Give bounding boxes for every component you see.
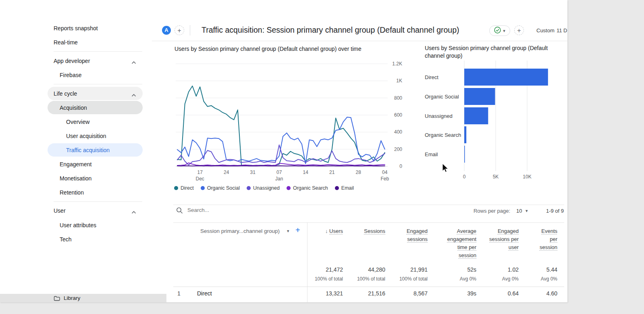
x-axis-tick: 17: [197, 170, 203, 175]
bar-organic-search[interactable]: [464, 126, 466, 143]
sidebar-divider: [54, 51, 142, 52]
table-header-top-divider: [173, 222, 564, 223]
x-axis-tick: 24: [224, 170, 229, 175]
total-users-sub: 100% of total: [295, 276, 343, 282]
x-axis-tick: 07: [276, 170, 282, 175]
chevron-down-icon[interactable]: ▾: [526, 208, 528, 214]
y-axis-tick: 600: [394, 112, 402, 118]
total-sessions: 44,280: [337, 266, 385, 273]
bar-category-label: Unassigned: [425, 113, 453, 119]
sidebar-section-app-developer[interactable]: App developer: [54, 56, 90, 66]
row-engaged-sessions: 8,567: [379, 290, 428, 297]
column-header-sessions[interactable]: Sessions: [341, 227, 385, 235]
sidebar-divider: [54, 84, 142, 84]
sidebar-item-user-acquisition[interactable]: User acquisition: [66, 131, 106, 141]
add-report-button[interactable]: +: [514, 25, 524, 35]
y-axis-tick: 0: [399, 163, 402, 169]
bar-unassigned[interactable]: [464, 107, 488, 124]
sidebar-item-real-time[interactable]: Real-time: [54, 38, 78, 47]
legend-item[interactable]: Direct: [174, 185, 194, 191]
total-engaged-sessions-sub: 100% of total: [379, 276, 428, 282]
sidebar-item-monetisation[interactable]: Monetisation: [60, 174, 91, 183]
series-line-email: [177, 166, 385, 166]
legend-item[interactable]: Organic Search: [287, 185, 328, 191]
column-header-users[interactable]: ↓ Users: [299, 227, 343, 235]
sidebar-item-overview[interactable]: Overview: [66, 117, 89, 127]
bar-direct[interactable]: [464, 69, 548, 86]
legend-label: Unassigned: [253, 185, 280, 191]
library-label: Library: [64, 295, 80, 301]
chevron-down-icon[interactable]: ▾: [287, 228, 289, 234]
y-axis-tick: 200: [394, 147, 402, 152]
y-axis-tick: 400: [394, 129, 402, 135]
date-range-type[interactable]: Custom: [536, 27, 555, 33]
x-axis-tick: 0: [463, 174, 466, 180]
legend-dot-icon: [335, 186, 339, 190]
chart-legend: DirectOrganic SocialUnassignedOrganic Se…: [174, 185, 354, 191]
analytics-app-window: Reports snapshot Real-time App developer…: [0, 0, 567, 302]
total-engaged-sessions: 21,991: [379, 266, 428, 273]
x-axis-tick: 10K: [523, 174, 531, 180]
row-sessions: 21,516: [337, 290, 385, 297]
date-range-value[interactable]: 11 D: [557, 27, 567, 33]
chevron-up-icon[interactable]: [131, 59, 136, 66]
sidebar-item-firebase[interactable]: Firebase: [60, 70, 81, 80]
sidebar-item-acquisition[interactable]: Acquisition: [60, 103, 87, 113]
legend-label: Organic Social: [207, 185, 240, 191]
series-line-organic-social: [177, 117, 385, 163]
add-collaborator-button[interactable]: +: [175, 25, 184, 35]
sidebar-item-traffic-acquisition[interactable]: Traffic acquisition: [66, 145, 110, 155]
page-title: Traffic acquisition: Session primary cha…: [202, 25, 459, 35]
rows-per-page-label: Rows per page:: [458, 208, 510, 214]
sidebar-section-user[interactable]: User: [54, 206, 66, 216]
bar-category-label: Email: [425, 151, 438, 157]
sidebar-item-user-attributes[interactable]: User attributes: [60, 220, 96, 230]
series-line-organic-search: [177, 163, 385, 165]
rows-per-page-select[interactable]: 10: [516, 208, 522, 214]
bar-organic-social[interactable]: [464, 88, 495, 105]
chevron-up-icon[interactable]: [131, 91, 136, 98]
sidebar-item-tech[interactable]: Tech: [60, 234, 72, 244]
legend-item[interactable]: Email: [335, 185, 354, 191]
library-row[interactable]: Library: [0, 294, 166, 302]
sidebar-section-life-cycle[interactable]: Life cycle: [54, 89, 77, 98]
legend-dot-icon: [247, 186, 251, 190]
y-axis-tick: 1K: [396, 78, 402, 84]
total-avg-engagement-time: 52s: [428, 266, 476, 273]
legend-dot-icon: [287, 186, 291, 190]
line-chart: 1.2K1K800600400200017Dec243107Jan1421280…: [172, 57, 405, 185]
total-users: 21,472: [295, 266, 343, 273]
column-header-avg-engagement-time[interactable]: Average engagement time per session: [440, 227, 476, 260]
check-circle-icon: [494, 27, 501, 35]
bar-category-label: Organic Social: [425, 94, 459, 100]
bar-category-label: Organic Search: [425, 132, 461, 138]
sidebar-item-retention[interactable]: Retention: [60, 188, 84, 197]
sidebar-item-engagement[interactable]: Engagement: [60, 159, 91, 169]
legend-item[interactable]: Organic Social: [201, 185, 240, 191]
row-index: 1: [177, 290, 185, 297]
x-axis-tick: 31: [250, 170, 256, 175]
row-events-per-session: 4.60: [509, 290, 557, 297]
total-avg-engagement-time-sub: Avg 0%: [428, 276, 476, 282]
legend-dot-icon: [201, 186, 205, 190]
dimension-header[interactable]: Session primary...channel group): [200, 228, 280, 234]
row-avg-engagement-time: 39s: [428, 290, 476, 297]
search-input[interactable]: [187, 207, 317, 214]
x-axis-tick-sub: Feb: [380, 176, 389, 182]
column-header-engaged-sessions-per-user[interactable]: Engaged sessions per user: [486, 227, 519, 251]
sidebar-item-reports-snapshot[interactable]: Reports snapshot: [54, 23, 98, 33]
y-axis-tick: 800: [394, 95, 402, 101]
folder-icon: [54, 295, 60, 303]
legend-item[interactable]: Unassigned: [247, 185, 280, 191]
row-dimension: Direct: [197, 290, 278, 297]
column-header-engaged-sessions[interactable]: Engaged sessions: [391, 227, 428, 243]
avatar[interactable]: A: [162, 26, 171, 35]
bar-email[interactable]: [464, 146, 465, 163]
chevron-up-icon[interactable]: [131, 208, 136, 216]
x-axis-tick: 5K: [493, 174, 499, 180]
column-header-events-per-session[interactable]: Events per session: [533, 227, 557, 251]
search-icon[interactable]: [176, 207, 183, 216]
report-saved-status[interactable]: ▾: [489, 25, 510, 36]
legend-label: Organic Search: [293, 185, 328, 191]
pagination-status: 1-9 of 9: [532, 208, 564, 214]
